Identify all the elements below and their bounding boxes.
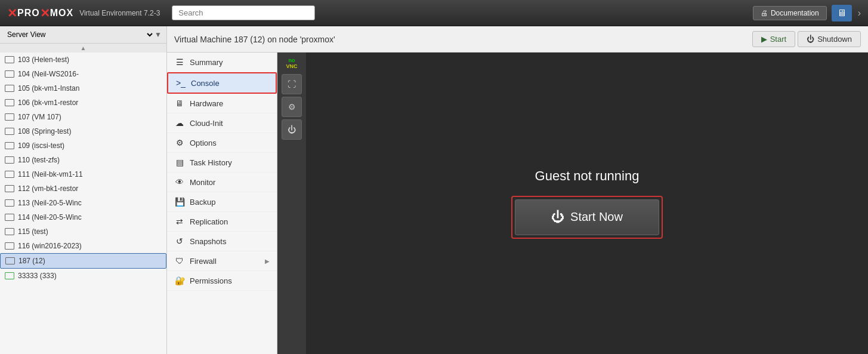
sidebar-item-vm-108[interactable]: 108 (Spring-test) [0,124,166,138]
sidebar-item-vm-187[interactable]: 187 (12) [0,253,166,269]
main-area: Server View ▼ ▲ 103 (Helen-test)104 (Nei… [0,26,868,354]
monitor-icon: 🖥 [837,8,847,19]
start-now-power-icon: ⏻ [551,210,564,225]
nav-item-firewall[interactable]: 🛡Firewall▶ [167,251,277,271]
sidebar-item-vm-114[interactable]: 114 (Neil-20-5-Winc [0,210,166,224]
vnc-no: no [286,57,297,63]
search-input[interactable] [172,5,315,20]
settings-icon: ⚙ [288,102,296,112]
logo-mox: MOX [50,8,73,19]
vm-list: 103 (Helen-test)104 (Neil-WS2016-105 (bk… [0,53,166,354]
sidebar-item-vm-109[interactable]: 109 (iscsi-test) [0,138,166,153]
logo-text: PRO [17,8,40,19]
vm-label: 187 (12) [18,257,45,265]
vm-icon [5,156,14,164]
vnc-label: no VNC [286,57,297,69]
sidebar-item-vm-33333[interactable]: 33333 (333) [0,269,166,283]
sidebar-item-vm-110[interactable]: 110 (test-zfs) [0,153,166,167]
vnc-power-button[interactable]: ⏻ [282,119,302,140]
nav-item-snapshots[interactable]: ↺Snapshots [167,232,277,251]
sidebar-item-vm-103[interactable]: 103 (Helen-test) [0,53,166,67]
nav-item-console[interactable]: >_Console [167,72,277,94]
permissions-icon: 🔐 [174,276,185,285]
vm-icon [5,85,14,92]
nav-item-monitor[interactable]: 👁Monitor [167,173,277,192]
logo: ✕ PRO ✕ MOX Virtual Environment 7.2-3 [0,0,167,26]
vnc-sidebar: no VNC ⛶ ⚙ ⏻ [277,53,306,354]
vnc-fullscreen-button[interactable]: ⛶ [282,74,302,94]
task-history-icon: ▤ [174,158,185,167]
vm-label: 107 (VM 107) [18,113,61,121]
vm-label: 113 (Neil-20-5-Winc [18,199,82,207]
vm-icon [5,199,14,207]
nav-item-summary[interactable]: ☰Summary [167,53,277,72]
doc-icon: 🖨 [761,9,768,17]
start-now-label: Start Now [570,210,623,224]
vm-label: 108 (Spring-test) [18,127,71,136]
vm-label: 114 (Neil-20-5-Winc [18,213,82,221]
nav-item-cloud-init[interactable]: ☁Cloud-Init [167,113,277,133]
cloud-init-icon: ☁ [174,118,185,128]
vnc-settings-button[interactable]: ⚙ [282,97,302,117]
power-icon: ⏻ [288,125,296,134]
nav-label-firewall: Firewall [190,257,217,266]
nav-label-task-history: Task History [190,158,232,167]
guest-not-running-label: Guest not running [535,168,640,184]
shutdown-label: Shutdown [817,35,852,44]
sidebar-item-vm-104[interactable]: 104 (Neil-WS2016- [0,67,166,81]
sidebar-item-vm-115[interactable]: 115 (test) [0,224,166,239]
sidebar-item-vm-107[interactable]: 107 (VM 107) [0,110,166,124]
server-view-header: Server View ▼ [0,26,166,44]
nav-label-console: Console [191,79,220,88]
shutdown-button[interactable]: ⏻ Shutdown [798,31,861,47]
vnc-vnc: VNC [286,63,297,69]
options-icon: ⚙ [174,138,185,147]
monitor-icon: 👁 [174,177,185,187]
sidebar-item-vm-105[interactable]: 105 (bk-vm1-Instan [0,81,166,96]
vm-label: 106 (bk-vm1-restor [18,98,78,107]
nav-item-backup[interactable]: 💾Backup [167,192,277,212]
console-icon: >_ [175,78,186,88]
nav-label-permissions: Permissions [190,276,232,285]
logo-x2: ✕ [40,6,50,20]
monitor-button[interactable]: 🖥 [832,5,852,21]
vm-icon [5,257,15,264]
topbar: ✕ PRO ✕ MOX Virtual Environment 7.2-3 🖨 … [0,0,868,26]
vm-label: 103 (Helen-test) [18,56,69,64]
nav-item-task-history[interactable]: ▤Task History [167,153,277,173]
server-view-select[interactable]: Server View [5,30,155,39]
vm-label: 111 (Neil-bk-vm1-11 [18,170,83,178]
topbar-right: 🖨 Documentation 🖥 › [753,5,868,21]
vm-icon [5,228,14,235]
vm-icon [5,214,14,221]
nav-item-hardware[interactable]: 🖥Hardware [167,94,277,113]
sidebar-scroll-up[interactable]: ▲ [0,44,166,53]
sidebar-left: Server View ▼ ▲ 103 (Helen-test)104 (Nei… [0,26,167,354]
sidebar-item-vm-111[interactable]: 111 (Neil-bk-vm1-11 [0,167,166,181]
caret-icon: › [858,8,861,19]
vm-title: Virtual Machine 187 (12) on node 'proxmo… [174,35,752,44]
nav-item-replication[interactable]: ⇄Replication [167,212,277,232]
vm-icon [5,56,14,63]
sidebar-item-vm-112[interactable]: 112 (vm-bk1-restor [0,181,166,196]
nav-label-monitor: Monitor [190,178,215,187]
start-button[interactable]: ▶ Start [752,31,795,47]
nav-arrow-icon: ▶ [265,258,270,264]
console-display: Guest not running ⏻ Start Now [306,53,868,354]
backup-icon: 💾 [174,197,185,207]
sidebar-item-vm-113[interactable]: 113 (Neil-20-5-Winc [0,196,166,210]
vm-label: 112 (vm-bk1-restor [18,184,78,193]
vm-icon [5,113,14,121]
start-now-button[interactable]: ⏻ Start Now [515,199,659,235]
vm-icon [5,99,14,106]
firewall-icon: 🛡 [174,256,185,266]
nav-item-permissions[interactable]: 🔐Permissions [167,271,277,291]
vm-label: 116 (win2016-2023) [18,242,82,250]
nav-item-options[interactable]: ⚙Options [167,133,277,153]
sidebar-item-vm-116[interactable]: 116 (win2016-2023) [0,239,166,253]
nav-label-cloud-init: Cloud-Init [190,119,223,128]
documentation-button[interactable]: 🖨 Documentation [753,6,827,20]
vm-label: 105 (bk-vm1-Instan [18,84,79,93]
sidebar-item-vm-106[interactable]: 106 (bk-vm1-restor [0,96,166,110]
nav-label-summary: Summary [190,58,223,67]
